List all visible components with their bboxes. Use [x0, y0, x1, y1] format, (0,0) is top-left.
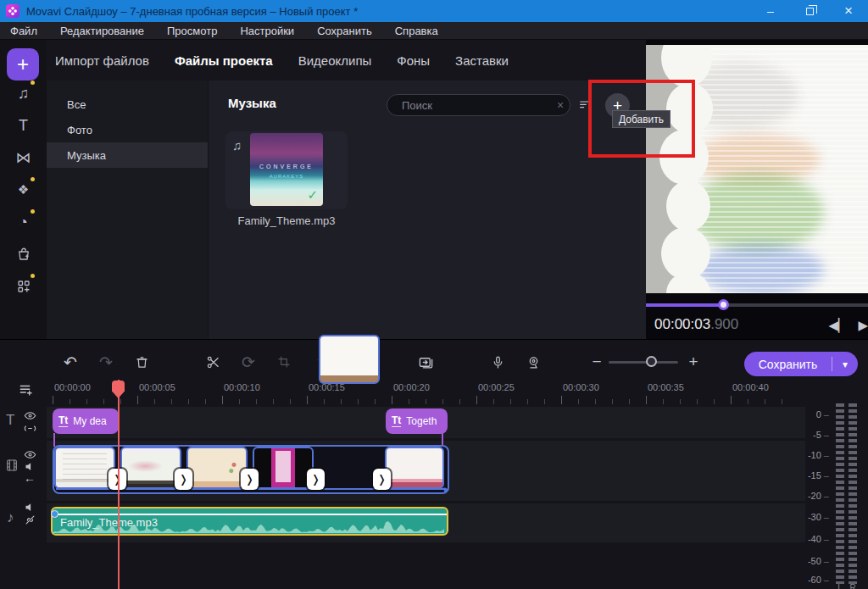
music-file-card[interactable]: ♫ CONVERGE AURAKEYS ✓ Family_Theme.mp3	[225, 131, 348, 209]
crop-icon	[277, 355, 291, 369]
zoom-slider-handle[interactable]	[646, 356, 657, 367]
video-track-icon	[5, 458, 19, 472]
photo-clip[interactable]	[253, 447, 314, 489]
rotate-button[interactable]: ⟳	[238, 352, 259, 372]
import-plus-button[interactable]: +	[7, 48, 39, 81]
volume-line[interactable]	[53, 514, 447, 515]
titlebar: Movavi Слайдшоу – 7-дневная пробная верс…	[0, 0, 868, 22]
transitions-icon: ⋈	[16, 148, 31, 167]
video-track-visibility-toggle[interactable]	[24, 448, 36, 461]
seekbar-handle[interactable]	[718, 299, 729, 310]
transition-badge[interactable]: ❭	[307, 469, 325, 490]
ruler-tick	[392, 396, 392, 404]
timeline-toolbar: ↶ ↷ ⟳ ◑ −	[0, 344, 868, 380]
split-button[interactable]	[203, 352, 223, 372]
album-art-subtitle: AURAKEYS	[250, 174, 323, 179]
ruler-tick	[629, 399, 630, 404]
title-track-visibility-toggle[interactable]	[24, 409, 36, 422]
category-item[interactable]: Все	[47, 92, 208, 117]
ruler-tick	[426, 399, 426, 404]
search-input[interactable]	[402, 99, 551, 112]
meter-scale-label: -15	[804, 470, 829, 481]
audio-file-icon: ♫	[232, 138, 242, 153]
photo-clip[interactable]	[54, 447, 115, 489]
previous-frame-button[interactable]: ◀▏	[828, 318, 848, 333]
ruler-tick	[442, 399, 443, 404]
sidebar-panzoom-button[interactable]: ◔	[0, 208, 47, 236]
play-button[interactable]: ▶	[858, 318, 868, 333]
video-track-collapse-button[interactable]: ←	[24, 471, 36, 485]
transition-badge[interactable]: ❭	[241, 469, 259, 490]
minimize-button[interactable]: –	[751, 0, 790, 22]
sidebar-music-button[interactable]: ♫	[0, 79, 47, 108]
ruler-label: 00:00:05	[139, 382, 175, 392]
undo-button[interactable]: ↶	[60, 352, 81, 372]
ruler-tick	[697, 399, 698, 404]
preview-seekbar[interactable]	[646, 303, 868, 307]
volume-keyframe-handle[interactable]	[51, 510, 58, 518]
audio-clip[interactable]: Family_Theme.mp3	[51, 507, 448, 536]
track-end-arrow-icon: ▸	[444, 483, 449, 495]
eye-icon	[24, 409, 36, 422]
ruler-tick	[680, 399, 681, 404]
restore-button[interactable]	[790, 0, 829, 22]
add-track-button[interactable]	[19, 382, 34, 397]
menu-item[interactable]: Редактирование	[60, 25, 144, 37]
ruler-tick	[273, 399, 274, 404]
sidebar-titles-button[interactable]: T	[0, 111, 47, 140]
transition-badge[interactable]: ❭	[373, 469, 391, 490]
category-item[interactable]: Фото	[47, 117, 208, 142]
transition-badge[interactable]: ❭	[175, 469, 192, 490]
chevron-down-icon[interactable]: ▾	[832, 358, 858, 370]
zoom-out-button[interactable]: −	[587, 352, 607, 372]
tab[interactable]: Импорт файлов	[55, 53, 149, 68]
sidebar-transitions-button[interactable]: ⋈	[0, 143, 47, 172]
scissors-icon	[206, 355, 220, 370]
save-button[interactable]: Сохранить ▾	[744, 352, 858, 376]
zoom-in-button[interactable]: +	[683, 352, 704, 372]
search-clear-icon[interactable]: ×	[557, 98, 564, 112]
redo-button[interactable]: ↷	[96, 352, 116, 372]
text-icon: T	[19, 117, 28, 135]
title-track-link-toggle[interactable]	[24, 422, 36, 435]
sidebar-more-tools-button[interactable]	[0, 272, 47, 301]
ruler-tick	[714, 399, 715, 404]
tab[interactable]: Видеоклипы	[298, 53, 372, 68]
menu-item[interactable]: Просмотр	[167, 25, 217, 37]
close-button[interactable]: ×	[829, 0, 868, 22]
title-clip[interactable]: Tt Togeth	[386, 408, 448, 434]
ruler-tick	[765, 399, 765, 404]
effects-icon: ❖	[18, 182, 29, 197]
transition-wizard-button[interactable]	[415, 352, 436, 372]
tab[interactable]: Файлы проекта	[175, 53, 273, 68]
menu-item[interactable]: Справка	[395, 25, 438, 37]
record-audio-button[interactable]	[487, 352, 508, 372]
sidebar-effects-button[interactable]: ❖	[0, 175, 47, 204]
tab[interactable]: Фоны	[397, 53, 430, 68]
audio-track-sync-toggle[interactable]	[24, 514, 36, 526]
playhead-line[interactable]	[118, 380, 120, 589]
ruler-tick	[222, 396, 223, 404]
photo-clip[interactable]	[319, 335, 380, 384]
category-item[interactable]: Музыка	[47, 142, 208, 168]
ruler-tick	[53, 396, 53, 404]
timeline-zoom-slider[interactable]	[609, 361, 678, 364]
sidebar-store-button[interactable]	[0, 240, 47, 269]
title-clip-icon: Tt	[392, 415, 401, 427]
tab[interactable]: Заставки	[455, 53, 509, 68]
photo-clip[interactable]	[385, 447, 444, 489]
photo-clip[interactable]	[120, 447, 181, 489]
search-box[interactable]: ×	[387, 94, 570, 116]
title-clip[interactable]: Tt My dea	[53, 408, 119, 434]
menu-item[interactable]: Сохранить	[317, 25, 372, 37]
notification-dot	[31, 177, 35, 181]
photo-clip[interactable]	[186, 447, 248, 489]
menu-item[interactable]: Файл	[10, 25, 37, 37]
menu-item[interactable]: Настройки	[240, 25, 294, 37]
add-track-icon	[19, 382, 34, 397]
sort-button[interactable]	[576, 96, 594, 114]
crop-button[interactable]	[274, 352, 294, 372]
ruler-tick	[239, 399, 240, 404]
record-video-button[interactable]	[523, 352, 543, 372]
delete-button[interactable]	[131, 352, 152, 372]
